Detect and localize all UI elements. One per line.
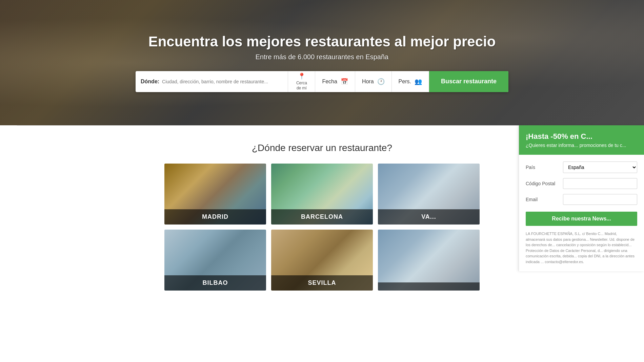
search-where-field[interactable]: Dónde:	[136, 71, 288, 92]
pers-field[interactable]: Pers. 👥	[392, 71, 429, 92]
city-name-madrid: MADRID	[164, 209, 266, 225]
newsletter-header: ¡Hasta -50% en C... ¿Quieres estar infor…	[519, 125, 644, 155]
people-icon: 👥	[415, 78, 422, 85]
city-name-barcelona: BARCELONA	[271, 209, 373, 225]
city-name-sevilla: SEVILLA	[271, 275, 373, 291]
search-bar: Dónde: 📍 Cercade mí Fecha 📅 Hora 🕐 Pers.…	[136, 71, 508, 92]
city-name-bilbao: BILBAO	[164, 275, 266, 291]
clock-icon: 🕐	[377, 78, 385, 85]
pais-select[interactable]: España	[563, 162, 637, 173]
fecha-field[interactable]: Fecha 📅	[315, 71, 355, 92]
city-grid: MADRID BARCELONA VA... BILBAO SEVILLA	[124, 164, 520, 301]
hero-subtitle: Entre más de 6.000 restaurantes en Españ…	[256, 53, 388, 61]
email-row: Email	[526, 194, 637, 205]
newsletter-panel: ¡Hasta -50% en C... ¿Quieres estar infor…	[519, 125, 644, 271]
search-input[interactable]	[162, 79, 283, 84]
pers-label: Pers.	[399, 79, 411, 85]
hero-section: Encuentra los mejores restaurantes al me…	[0, 0, 644, 125]
codigo-postal-label: Código Postal	[526, 181, 563, 186]
city-name-other	[378, 282, 480, 291]
email-label: Email	[526, 197, 563, 202]
hora-field[interactable]: Hora 🕐	[355, 71, 392, 92]
newsletter-legal-text: LA FOURCHETTE ESPAÑA, S.L. c/ Benito C..…	[526, 231, 637, 264]
hero-bg-overlay	[0, 0, 644, 125]
search-button[interactable]: Buscar restaurante	[429, 71, 508, 92]
near-me-label: Cercade mí	[296, 81, 307, 90]
newsletter-submit-button[interactable]: Recibe nuestra News...	[526, 212, 637, 226]
fecha-label: Fecha	[322, 79, 337, 85]
email-input[interactable]	[563, 194, 637, 205]
newsletter-subtext: ¿Quieres estar informa... promociones de…	[526, 143, 637, 148]
city-card-other[interactable]	[378, 230, 480, 291]
city-card-sevilla[interactable]: SEVILLA	[271, 230, 373, 291]
newsletter-header-title: ¡Hasta -50% en C...	[526, 132, 637, 141]
pais-label: País	[526, 165, 563, 170]
near-me-button[interactable]: 📍 Cercade mí	[288, 71, 315, 92]
location-icon: 📍	[298, 72, 305, 80]
main-content: ¿Dónde reservar un restaurante? MADRID B…	[0, 125, 644, 362]
city-name-valencia: VA...	[378, 209, 480, 225]
codigo-postal-input[interactable]	[563, 178, 637, 189]
hora-label: Hora	[362, 79, 374, 85]
city-card-valencia[interactable]: VA...	[378, 164, 480, 225]
hero-title: Encuentra los mejores restaurantes al me…	[148, 34, 496, 50]
calendar-icon: 📅	[341, 78, 348, 85]
newsletter-body: País España Código Postal Email Recibe n…	[519, 155, 644, 271]
city-card-madrid[interactable]: MADRID	[164, 164, 266, 225]
city-card-barcelona[interactable]: BARCELONA	[271, 164, 373, 225]
city-card-bilbao[interactable]: BILBAO	[164, 230, 266, 291]
donde-label: Dónde:	[141, 79, 159, 85]
pais-row: País España	[526, 162, 637, 173]
codigo-postal-row: Código Postal	[526, 178, 637, 189]
